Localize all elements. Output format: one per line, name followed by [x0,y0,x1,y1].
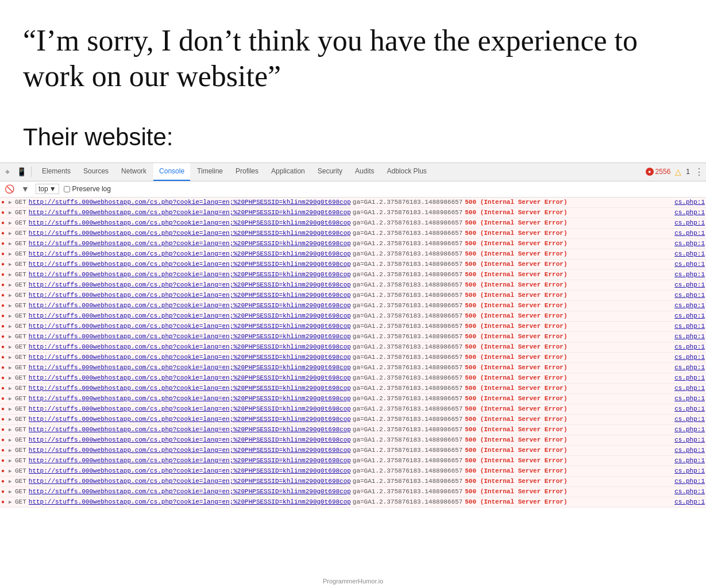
row-url[interactable]: http://stuffs.000webhostapp.com/cs.php?c… [29,405,350,412]
tab-profiles[interactable]: Profiles [230,163,264,181]
row-file[interactable]: cs.php:1 [674,312,705,319]
expand-row-icon[interactable]: ▶ [9,478,13,485]
expand-row-icon[interactable]: ▶ [9,251,13,257]
more-options-icon[interactable]: ⋮ [695,167,704,177]
row-file[interactable]: cs.php:1 [674,292,705,299]
expand-row-icon[interactable]: ▶ [9,416,13,423]
row-url[interactable]: http://stuffs.000webhostapp.com/cs.php?c… [29,436,350,443]
expand-row-icon[interactable]: ▶ [9,375,13,381]
expand-row-icon[interactable]: ▶ [9,437,13,443]
row-file[interactable]: cs.php:1 [674,323,705,330]
expand-row-icon[interactable]: ▶ [9,323,13,330]
row-file[interactable]: cs.php:1 [674,374,705,381]
row-url[interactable]: http://stuffs.000webhostapp.com/cs.php?c… [29,333,350,340]
row-url[interactable]: http://stuffs.000webhostapp.com/cs.php?c… [29,395,350,402]
row-url[interactable]: http://stuffs.000webhostapp.com/cs.php?c… [29,374,350,381]
expand-row-icon[interactable]: ▶ [9,447,13,454]
expand-row-icon[interactable]: ▶ [9,489,13,495]
row-file[interactable]: cs.php:1 [674,199,705,206]
row-file[interactable]: cs.php:1 [674,395,705,402]
expand-row-icon[interactable]: ▶ [9,272,13,278]
expand-row-icon[interactable]: ▶ [9,334,13,340]
row-file[interactable]: cs.php:1 [674,240,705,247]
row-url[interactable]: http://stuffs.000webhostapp.com/cs.php?c… [29,467,350,474]
tab-sources[interactable]: Sources [78,163,114,181]
row-file[interactable]: cs.php:1 [674,416,705,423]
row-file[interactable]: cs.php:1 [674,467,705,474]
row-url[interactable]: http://stuffs.000webhostapp.com/cs.php?c… [29,281,350,288]
row-url[interactable]: http://stuffs.000webhostapp.com/cs.php?c… [29,240,350,247]
row-file[interactable]: cs.php:1 [674,250,705,257]
expand-row-icon[interactable]: ▶ [9,365,13,371]
expand-row-icon[interactable]: ▶ [9,230,13,237]
expand-row-icon[interactable]: ▶ [9,385,13,392]
row-url[interactable]: http://stuffs.000webhostapp.com/cs.php?c… [29,209,350,216]
tab-timeline[interactable]: Timeline [191,163,229,181]
row-url[interactable]: http://stuffs.000webhostapp.com/cs.php?c… [29,457,350,464]
expand-row-icon[interactable]: ▶ [9,292,13,299]
row-url[interactable]: http://stuffs.000webhostapp.com/cs.php?c… [29,292,350,299]
expand-row-icon[interactable]: ▶ [9,468,13,474]
row-file[interactable]: cs.php:1 [674,488,705,495]
row-file[interactable]: cs.php:1 [674,261,705,268]
expand-row-icon[interactable]: ▶ [9,199,13,206]
inspect-icon[interactable]: ⌖ [2,167,13,177]
tab-elements[interactable]: Elements [36,163,76,181]
row-url[interactable]: http://stuffs.000webhostapp.com/cs.php?c… [29,447,350,454]
row-url[interactable]: http://stuffs.000webhostapp.com/cs.php?c… [29,478,350,485]
row-file[interactable]: cs.php:1 [674,447,705,454]
row-url[interactable]: http://stuffs.000webhostapp.com/cs.php?c… [29,354,350,361]
row-url[interactable]: http://stuffs.000webhostapp.com/cs.php?c… [29,271,350,278]
clear-console-icon[interactable]: 🚫 [3,183,15,195]
row-file[interactable]: cs.php:1 [674,343,705,350]
row-url[interactable]: http://stuffs.000webhostapp.com/cs.php?c… [29,219,350,226]
row-file[interactable]: cs.php:1 [674,498,705,505]
preserve-log-label[interactable]: Preserve log [64,185,111,193]
row-file[interactable]: cs.php:1 [674,457,705,464]
expand-row-icon[interactable]: ▶ [9,282,13,288]
expand-row-icon[interactable]: ▶ [9,344,13,350]
row-url[interactable]: http://stuffs.000webhostapp.com/cs.php?c… [29,323,350,330]
row-file[interactable]: cs.php:1 [674,209,705,216]
row-url[interactable]: http://stuffs.000webhostapp.com/cs.php?c… [29,385,350,392]
row-file[interactable]: cs.php:1 [674,281,705,288]
expand-row-icon[interactable]: ▶ [9,241,13,247]
expand-row-icon[interactable]: ▶ [9,427,13,433]
row-url[interactable]: http://stuffs.000webhostapp.com/cs.php?c… [29,416,350,423]
expand-row-icon[interactable]: ▶ [9,313,13,319]
row-url[interactable]: http://stuffs.000webhostapp.com/cs.php?c… [29,364,350,371]
row-file[interactable]: cs.php:1 [674,230,705,237]
row-url[interactable]: http://stuffs.000webhostapp.com/cs.php?c… [29,488,350,495]
expand-row-icon[interactable]: ▶ [9,210,13,216]
row-url[interactable]: http://stuffs.000webhostapp.com/cs.php?c… [29,250,350,257]
expand-row-icon[interactable]: ▶ [9,261,13,268]
expand-row-icon[interactable]: ▶ [9,499,13,505]
expand-row-icon[interactable]: ▶ [9,406,13,412]
expand-row-icon[interactable]: ▶ [9,458,13,464]
row-url[interactable]: http://stuffs.000webhostapp.com/cs.php?c… [29,199,350,206]
device-icon[interactable]: 📱 [16,167,26,177]
row-url[interactable]: http://stuffs.000webhostapp.com/cs.php?c… [29,312,350,319]
row-url[interactable]: http://stuffs.000webhostapp.com/cs.php?c… [29,230,350,237]
tab-audits[interactable]: Audits [349,163,380,181]
row-file[interactable]: cs.php:1 [674,333,705,340]
row-file[interactable]: cs.php:1 [674,271,705,278]
row-file[interactable]: cs.php:1 [674,364,705,371]
expand-row-icon[interactable]: ▶ [9,303,13,309]
row-url[interactable]: http://stuffs.000webhostapp.com/cs.php?c… [29,261,350,268]
row-file[interactable]: cs.php:1 [674,426,705,433]
filter-icon[interactable]: ▼ [20,183,31,195]
filter-context-dropdown[interactable]: top ▼ [36,184,59,194]
expand-row-icon[interactable]: ▶ [9,220,13,226]
tab-adblock-plus[interactable]: Adblock Plus [381,163,432,181]
tab-network[interactable]: Network [115,163,152,181]
row-url[interactable]: http://stuffs.000webhostapp.com/cs.php?c… [29,426,350,433]
row-file[interactable]: cs.php:1 [674,302,705,309]
row-url[interactable]: http://stuffs.000webhostapp.com/cs.php?c… [29,498,350,505]
row-file[interactable]: cs.php:1 [674,478,705,485]
row-file[interactable]: cs.php:1 [674,385,705,392]
row-file[interactable]: cs.php:1 [674,436,705,443]
row-file[interactable]: cs.php:1 [674,405,705,412]
expand-row-icon[interactable]: ▶ [9,354,13,361]
preserve-log-checkbox[interactable] [64,186,70,192]
